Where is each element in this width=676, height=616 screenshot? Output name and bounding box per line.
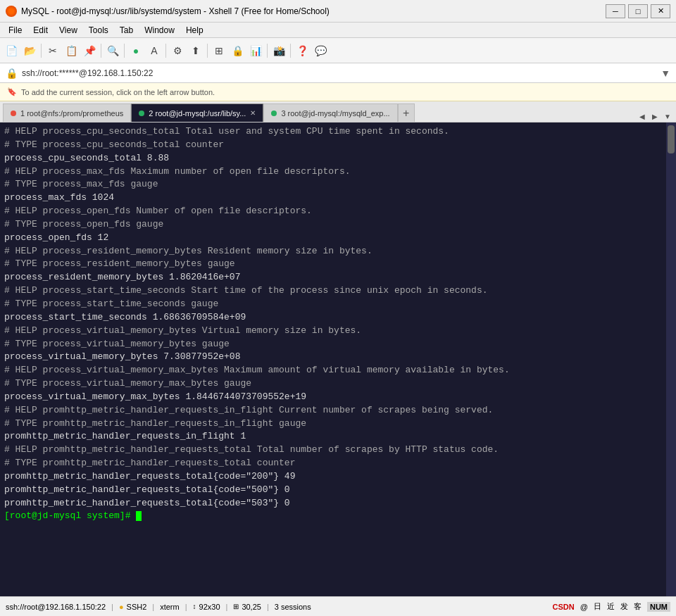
- hint-bar: 🔖 To add the current session, click on t…: [0, 83, 676, 101]
- window-controls: ─ □ ✕: [606, 4, 670, 18]
- terminal[interactable]: # HELP process_cpu_seconds_total Total u…: [0, 122, 666, 596]
- menu-help[interactable]: Help: [180, 24, 209, 37]
- tab-1[interactable]: 1 root@nfs:/prom/prometheus: [3, 103, 131, 122]
- status-position-icon: ⊞: [233, 603, 239, 610]
- line-15: process_start_time_seconds 1.68636709584…: [4, 312, 246, 322]
- line-7: # HELP process_open_fds Number of open f…: [4, 206, 312, 216]
- tab-label-2: 2 root@jd-mysql:/usr/lib/sy...: [149, 109, 246, 118]
- status-extra-4: 发: [620, 601, 628, 612]
- menu-window[interactable]: Window: [139, 24, 180, 37]
- maximize-button[interactable]: □: [628, 4, 648, 18]
- status-sessions-text: 3 sessions: [275, 603, 311, 611]
- status-ssh-text: ssh://root@192.168.1.150:22: [6, 603, 106, 611]
- tab-dot-2: [139, 111, 144, 116]
- status-cols-rows-icon: ↕: [193, 603, 196, 610]
- toolbar-sep-2: [101, 44, 101, 58]
- tab-prev-button[interactable]: ◀: [637, 111, 648, 122]
- line-9: process_open_fds 12: [4, 232, 108, 243]
- cursor: [136, 511, 142, 521]
- menu-tools[interactable]: Tools: [83, 24, 114, 37]
- toolbar-find[interactable]: 🔍: [104, 42, 121, 59]
- line-19: # HELP process_virtual_memory_max_bytes …: [4, 365, 510, 375]
- status-extra-5: 客: [634, 601, 641, 612]
- status-csdn: CSDN: [553, 603, 575, 611]
- toolbar-font[interactable]: A: [146, 42, 163, 59]
- menu-file[interactable]: File: [3, 24, 27, 37]
- tab-label-1: 1 root@nfs:/prom/prometheus: [20, 109, 123, 118]
- toolbar-paste[interactable]: 📌: [81, 42, 98, 59]
- tab-2[interactable]: 2 root@jd-mysql:/usr/lib/sy... ✕: [131, 103, 263, 122]
- line-8: # TYPE process_open_fds gauge: [4, 219, 163, 230]
- toolbar-sep-4: [165, 44, 166, 58]
- toolbar-new[interactable]: 📄: [3, 42, 20, 59]
- menu-edit[interactable]: Edit: [27, 24, 54, 37]
- status-bar: ssh://root@192.168.1.150:22 | ● SSH2 | x…: [0, 596, 676, 616]
- toolbar-sep-3: [124, 44, 125, 58]
- status-sep-2: |: [152, 603, 154, 611]
- line-16: # HELP process_virtual_memory_bytes Virt…: [4, 325, 361, 336]
- toolbar-sep-1: [41, 44, 42, 58]
- tab-close-2[interactable]: ✕: [250, 109, 256, 117]
- menu-tab[interactable]: Tab: [114, 24, 139, 37]
- line-25: # HELP promhttp_metric_handler_requests_…: [4, 444, 499, 455]
- status-extra-3: 近: [607, 601, 615, 612]
- terminal-wrapper: # HELP process_cpu_seconds_total Total u…: [0, 122, 676, 596]
- toolbar-cut[interactable]: ✂: [44, 42, 61, 59]
- toolbar-transfer[interactable]: ⬆: [187, 42, 204, 59]
- new-tab-button[interactable]: +: [398, 103, 415, 122]
- line-22: # HELP promhttp_metric_handler_requests_…: [4, 405, 493, 415]
- line-18: process_virtual_memory_bytes 7.30877952e…: [4, 351, 240, 362]
- status-position: ⊞ 30,25: [233, 603, 261, 611]
- tab-3[interactable]: 3 root@jd-mysql:/mysqld_exp...: [263, 103, 397, 122]
- toolbar-settings[interactable]: ⚙: [169, 42, 186, 59]
- line-28: promhttp_metric_handler_requests_total{c…: [4, 484, 290, 495]
- status-ssh: ssh://root@192.168.1.150:22: [6, 603, 106, 611]
- line-24: promhttp_metric_handler_requests_in_flig…: [4, 431, 246, 441]
- tab-dot-1: [11, 111, 16, 116]
- window-title: MySQL - root@jd-mysql:/usr/lib/systemd/s…: [21, 6, 606, 16]
- scrollbar-thumb[interactable]: [668, 125, 675, 153]
- status-right: CSDN @ 日 近 发 客 NUM: [553, 601, 670, 612]
- status-protocol-text: SSH2: [127, 603, 147, 611]
- tab-menu-button[interactable]: ▼: [662, 111, 673, 122]
- status-term: xterm: [160, 603, 180, 611]
- line-21: process_virtual_memory_max_bytes 1.84467…: [4, 391, 306, 402]
- toolbar-layout[interactable]: ⊞: [211, 42, 227, 59]
- tab-label-3: 3 root@jd-mysql:/mysqld_exp...: [281, 109, 389, 118]
- toolbar-lock[interactable]: 🔒: [229, 42, 246, 59]
- toolbar-open[interactable]: 📂: [21, 42, 38, 59]
- tab-dot-3: [271, 111, 277, 116]
- menu-view[interactable]: View: [54, 24, 83, 37]
- minimize-button[interactable]: ─: [606, 4, 625, 18]
- address-dropdown-icon[interactable]: ▼: [661, 68, 670, 79]
- prompt-line: [root@jd-mysql system]#: [4, 510, 142, 521]
- scrollbar[interactable]: [666, 122, 676, 596]
- status-sep-4: |: [226, 603, 228, 611]
- toolbar-snap[interactable]: 📸: [270, 42, 287, 59]
- tabs-bar: 1 root@nfs:/prom/prometheus 2 root@jd-my…: [0, 101, 676, 122]
- line-10: # HELP process_resident_memory_bytes Res…: [4, 246, 373, 256]
- address-bar: 🔒 ssh://root:******@192.168.1.150:22 ▼: [0, 63, 676, 83]
- toolbar-monitor[interactable]: 📊: [247, 42, 264, 59]
- close-button[interactable]: ✕: [651, 4, 670, 18]
- line-11: # TYPE process_resident_memory_bytes gau…: [4, 258, 235, 269]
- status-cols-rows-text: 92x30: [199, 603, 220, 611]
- status-term-text: xterm: [160, 603, 180, 611]
- menu-bar: File Edit View Tools Tab Window Help: [0, 23, 676, 38]
- toolbar-comment[interactable]: 💬: [312, 42, 329, 59]
- tab-nav: ◀ ▶ ▼: [637, 111, 673, 122]
- toolbar-connect[interactable]: ●: [127, 42, 144, 59]
- line-14: # TYPE process_start_time_seconds gauge: [4, 298, 218, 309]
- line-12: process_resident_memory_bytes 1.8620416e…: [4, 272, 240, 282]
- title-bar: MySQL - root@jd-mysql:/usr/lib/systemd/s…: [0, 0, 676, 23]
- line-17: # TYPE process_virtual_memory_bytes gaug…: [4, 339, 230, 349]
- toolbar-help[interactable]: ❓: [294, 42, 311, 59]
- status-sep-1: |: [111, 603, 113, 611]
- line-3: process_cpu_seconds_total 8.88: [4, 153, 169, 163]
- status-protocol: ● SSH2: [119, 603, 146, 611]
- status-sep-3: |: [185, 603, 187, 611]
- toolbar-copy[interactable]: 📋: [63, 42, 80, 59]
- tab-next-button[interactable]: ▶: [649, 111, 661, 122]
- status-position-text: 30,25: [242, 603, 261, 611]
- line-4: # HELP process_max_fds Maximum number of…: [4, 166, 350, 177]
